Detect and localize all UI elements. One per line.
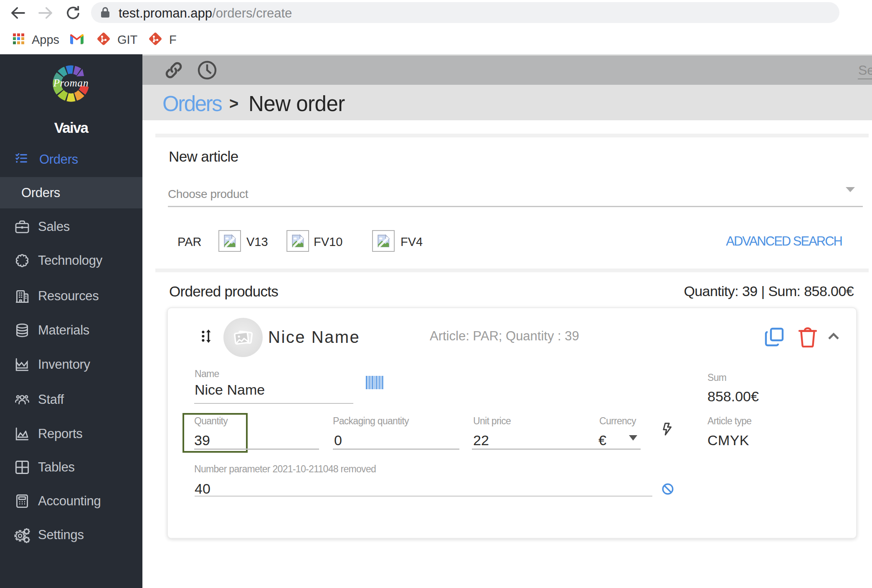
svg-text:Proman: Proman xyxy=(53,77,89,89)
